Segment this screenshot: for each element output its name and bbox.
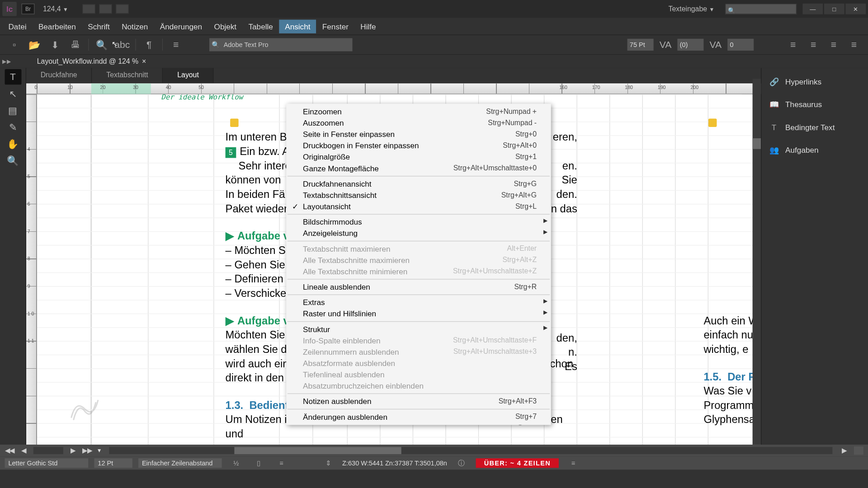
text-tool[interactable]: T — [5, 69, 21, 84]
zoom-level[interactable]: 124,4 ▼ — [39, 4, 72, 14]
align-center-icon[interactable]: ≡ — [805, 38, 822, 52]
body-text: n das — [550, 202, 577, 216]
menu-item[interactable]: Lineale ausblendenStrg+R — [286, 282, 551, 293]
menu-item[interactable]: Ganze MontageflächeStrg+Alt+Umschalttast… — [286, 163, 551, 174]
prev-page-button[interactable]: ◀ — [19, 446, 28, 455]
minimize-button[interactable]: — — [802, 4, 823, 14]
zoom-tool[interactable]: 🔍 — [5, 153, 21, 168]
panel-aufgaben[interactable]: 👥Aufgaben — [761, 138, 868, 161]
menu-bearbeiten[interactable]: Bearbeiten — [33, 19, 82, 33]
eyedropper-tool[interactable]: ✎ — [5, 119, 21, 135]
hand-tool[interactable]: ✋ — [5, 136, 21, 151]
menu-item[interactable]: Extras — [286, 297, 551, 308]
menu-item[interactable]: Druckbogen in Fenster einpassenStrg+Alt+… — [286, 140, 551, 151]
note-anchor-icon[interactable] — [230, 117, 238, 128]
align-left-icon[interactable]: ≡ — [785, 38, 802, 52]
view-options-3[interactable] — [116, 4, 129, 14]
note-anchor-icon[interactable] — [708, 117, 717, 128]
last-page-button[interactable]: ▶▶ — [82, 446, 92, 455]
horizontal-ruler[interactable]: 01020304050160170180190200 — [37, 84, 761, 94]
menu-item[interactable]: DruckfahnenansichtStrg+G — [286, 178, 551, 189]
vertical-ruler[interactable]: 4567891 01 1 — [26, 94, 37, 445]
view-tab[interactable]: Layout — [163, 68, 214, 83]
info-icon[interactable]: ⓘ — [453, 456, 470, 470]
close-tab-icon[interactable]: × — [142, 57, 146, 66]
menu-icon[interactable]: ≡ — [168, 38, 184, 52]
menu-item[interactable]: TextabschnittsansichtStrg+Alt+G — [286, 189, 551, 201]
find-icon[interactable]: 🔍 — [94, 38, 110, 52]
menu-objekt[interactable]: Objekt — [208, 19, 242, 33]
menu-datei[interactable]: Datei — [2, 19, 32, 33]
print-icon[interactable]: 🖶 — [67, 38, 84, 52]
body-text: en. Sie — [550, 159, 577, 187]
header-text: Der ideale Workflow — [161, 94, 243, 101]
menu-item[interactable]: Raster und Hilfslinien — [286, 308, 551, 319]
menu-notizen[interactable]: Notizen — [116, 19, 154, 33]
note-tool[interactable]: ▤ — [5, 103, 21, 118]
font-size-input[interactable]: 75 Pt — [627, 39, 654, 51]
menu-item: Alle Textabschnitte minimierenStrg+Alt+U… — [286, 266, 551, 277]
menu-fenster[interactable]: Fenster — [316, 19, 355, 33]
new-doc-icon[interactable]: ▫ — [6, 38, 23, 52]
menu-ansicht[interactable]: Ansicht — [279, 19, 316, 33]
size-display[interactable]: 12 Pt — [94, 458, 132, 468]
menu-item[interactable]: Änderungen ausblendenStrg+7 — [286, 411, 551, 422]
layout-view-icon[interactable] — [854, 446, 863, 455]
body-text: den, — [553, 331, 577, 345]
align-right-icon[interactable]: ≡ — [825, 38, 842, 52]
save-icon[interactable]: ⬇ — [47, 38, 63, 52]
panel-icon: 📖 — [769, 99, 779, 110]
view-tab[interactable]: Druckfahne — [26, 68, 92, 83]
menu-tabelle[interactable]: Tabelle — [242, 19, 279, 33]
view-options-2[interactable] — [99, 4, 112, 14]
menu-item[interactable]: OriginalgrößeStrg+1 — [286, 151, 551, 163]
tracking-input[interactable]: 0 — [727, 39, 754, 51]
font-display[interactable]: Letter Gothic Std — [5, 458, 89, 468]
menu-item[interactable]: AuszoomenStrg+Numpad - — [286, 117, 551, 129]
menu-item: Info-Spalte einblendenStrg+Alt+Umschaltt… — [286, 335, 551, 346]
maximize-button[interactable]: □ — [824, 4, 844, 14]
menu-item[interactable]: Notizen ausblendenStrg+Alt+F3 — [286, 396, 551, 407]
vertical-scrollbar[interactable] — [753, 94, 761, 445]
menu-item[interactable]: EinzoomenStrg+Numpad + — [286, 106, 551, 117]
scroll-right-button[interactable]: ▶ — [840, 446, 849, 455]
menu-item[interactable]: Seite in Fenster einpassenStrg+0 — [286, 129, 551, 140]
align-icon[interactable]: ≡ — [273, 456, 290, 470]
font-name-input[interactable]: 🔍 Adobe Text Pro — [209, 38, 353, 51]
menu-item[interactable]: Bildschirmmodus — [286, 216, 551, 228]
align-justify-icon[interactable]: ≡ — [845, 38, 862, 52]
panel-thesaurus[interactable]: 📖Thesaurus — [761, 93, 868, 116]
document-tab[interactable]: Layout_Workflow.indd @ 124 % × — [32, 56, 151, 67]
close-button[interactable]: ✕ — [845, 4, 866, 14]
change-marker[interactable]: 5 — [226, 147, 236, 158]
hand-tool-alt[interactable]: ↖ — [5, 86, 21, 101]
paragraph-icon[interactable]: ¶ — [141, 38, 157, 52]
search-input[interactable]: 🔍 — [725, 4, 797, 14]
next-page-button[interactable]: ▶ — [68, 446, 77, 455]
menu-icon[interactable]: ≡ — [565, 456, 582, 470]
menu-schrift[interactable]: Schrift — [82, 19, 116, 33]
menu-item[interactable]: Anzeigeleistung — [286, 228, 551, 239]
view-options-1[interactable] — [82, 4, 95, 14]
menu-änderungen[interactable]: Änderungen — [154, 19, 208, 33]
line-spacing-display[interactable]: Einfacher Zeilenabstand — [138, 458, 222, 468]
body-text: eren, — [550, 130, 577, 145]
menu-item[interactable]: Struktur — [286, 324, 551, 335]
panel-bedingter text[interactable]: TBedingter Text — [761, 116, 868, 138]
view-tab[interactable]: Textabschnitt — [92, 68, 163, 83]
panel-hyperlinks[interactable]: 🔗Hyperlinks — [761, 70, 868, 93]
kerning-input[interactable]: (0) — [677, 39, 703, 51]
app-icon: Ic — [2, 2, 17, 16]
column-icon[interactable]: ▯ — [250, 456, 267, 470]
open-icon[interactable]: 📂 — [26, 38, 43, 52]
measure-icon[interactable]: ⇕ — [320, 456, 336, 470]
view-tabs: DruckfahneTextabschnittLayout — [26, 68, 761, 83]
format-icon[interactable]: ½ — [228, 456, 245, 470]
menu-hilfe[interactable]: Hilfe — [354, 19, 382, 33]
bridge-icon[interactable]: Br — [21, 4, 34, 14]
mode-selector[interactable]: Texteingabe ▼ — [664, 4, 719, 14]
horizontal-scrollbar[interactable] — [109, 447, 832, 454]
first-page-button[interactable]: ◀◀ — [5, 446, 14, 455]
menu-item[interactable]: LayoutansichtStrg+L — [286, 201, 551, 212]
body-text: n. Es — [553, 345, 577, 374]
